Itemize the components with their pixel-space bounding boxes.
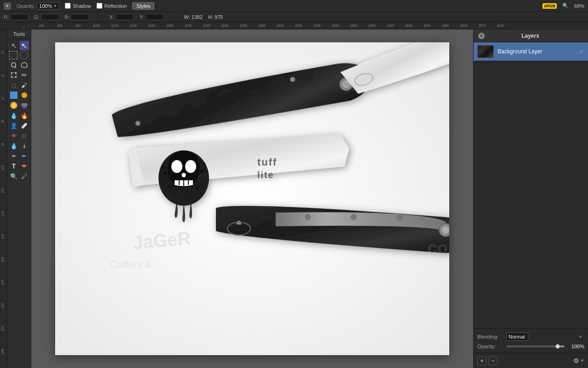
clone-tool[interactable]: 👤 — [9, 121, 18, 130]
layer-item[interactable]: Background Layer ✓ — [474, 42, 588, 61]
layers-header: ✕ Layers — [474, 29, 588, 42]
shadow-label: Shadow — [73, 3, 91, 9]
remove-layer-button[interactable]: − — [488, 356, 498, 365]
color-adj-tool[interactable] — [20, 101, 29, 110]
svg-text:|60: |60 — [57, 23, 63, 28]
zoom-tool[interactable]: 🔍 — [9, 172, 18, 181]
svg-text:|12: |12 — [0, 188, 5, 193]
h-value: H: 975 — [208, 14, 223, 20]
text-tool[interactable]: T — [9, 161, 18, 171]
srgb-badge: sRGB — [543, 3, 557, 9]
burn-tool[interactable]: 🔥 — [20, 111, 29, 120]
layer-thumb-inner — [478, 46, 493, 58]
pencil-tool[interactable]: ✏ — [20, 70, 29, 80]
svg-text:|280: |280 — [258, 23, 266, 28]
pen-tool[interactable]: ✒ — [9, 151, 18, 161]
svg-marker-55 — [23, 143, 25, 149]
layer-opacity-slider[interactable] — [506, 345, 565, 347]
g-label: G: — [34, 14, 40, 20]
opacity-value-box[interactable]: 100% ▼ — [37, 2, 59, 10]
svg-rect-47 — [11, 72, 12, 74]
cursor-tool[interactable]: ↖ — [20, 41, 29, 50]
styles-button[interactable]: Styles — [132, 2, 154, 10]
eyedropper-tool[interactable]: 🖊 — [20, 172, 29, 181]
reflection-checkbox-item[interactable]: Reflection — [96, 3, 127, 9]
lasso-tool[interactable] — [9, 60, 18, 69]
eye-tool[interactable]: 👁 — [9, 131, 18, 140]
close-layers-button[interactable]: ✕ — [478, 33, 485, 39]
layers-bottom: + − ⚙ ▼ — [474, 353, 588, 368]
blending-select-wrapper[interactable]: Normal Multiply Screen Overlay ▼ — [506, 333, 584, 341]
svg-text:|480: |480 — [442, 23, 449, 28]
b-value[interactable] — [71, 14, 89, 20]
add-layer-button[interactable]: + — [477, 356, 486, 365]
svg-text:|4: |4 — [0, 97, 5, 100]
svg-rect-49 — [11, 76, 12, 78]
arrow-tool[interactable]: ↖ — [9, 41, 18, 50]
blending-select[interactable]: Normal Multiply Screen Overlay — [506, 333, 528, 341]
rect-shape-tool[interactable] — [9, 91, 18, 100]
svg-point-99 — [170, 157, 175, 162]
layers-empty-space — [474, 61, 588, 328]
gradient-tool[interactable] — [9, 101, 18, 110]
svg-text:|180: |180 — [166, 23, 174, 28]
svg-text:|460: |460 — [424, 23, 431, 28]
transform-tool[interactable] — [9, 70, 18, 80]
layer-opacity-thumb — [555, 344, 560, 349]
spike-tool[interactable] — [20, 141, 29, 150]
x-value[interactable] — [115, 14, 134, 20]
reflection-checkbox[interactable] — [96, 3, 102, 9]
rect-select-tool[interactable] — [9, 51, 17, 59]
knife-illustration: tuff lite JaGeR Cutlery & .com tlery h — [55, 42, 449, 355]
polygon-lasso-tool[interactable] — [20, 60, 29, 69]
y-value[interactable] — [145, 14, 164, 20]
healing-tool[interactable]: 🩹 — [20, 121, 29, 130]
g-value[interactable] — [41, 14, 59, 20]
gear-dropdown-arrow: ▼ — [580, 358, 584, 363]
svg-text:|240: |240 — [221, 23, 229, 28]
svg-text:|220: |220 — [203, 23, 210, 28]
opacity-row: Opacity: 100% — [477, 344, 584, 349]
ellipse-select-tool[interactable] — [20, 51, 28, 59]
layer-thumbnail — [477, 45, 494, 58]
layer-settings-button[interactable]: ⚙ ▼ — [573, 357, 584, 364]
layer-check-icon: ✓ — [579, 48, 584, 55]
blending-row: Blending: Normal Multiply Screen Overlay… — [477, 333, 584, 341]
svg-line-44 — [15, 67, 16, 68]
b-coord: B: — [65, 14, 89, 20]
svg-rect-48 — [15, 72, 17, 74]
svg-text:|16: |16 — [0, 234, 5, 239]
svg-text:Cutlery &: Cutlery & — [110, 259, 152, 270]
denoise-tool[interactable]: ◻ — [20, 131, 29, 140]
svg-text:|520: |520 — [479, 23, 486, 28]
svg-text:|320: |320 — [295, 23, 302, 28]
svg-text:|300: |300 — [277, 23, 284, 28]
fill-tool[interactable] — [20, 91, 29, 100]
svg-point-54 — [23, 105, 26, 109]
layers-panel: ✕ Layers Background Layer ✓ Blending: No… — [473, 29, 588, 368]
svg-point-98 — [195, 185, 200, 190]
r-value[interactable] — [10, 14, 28, 20]
shadow-checkbox[interactable] — [65, 3, 71, 9]
brush-tool[interactable]: 🖌 — [20, 80, 29, 90]
svg-text:|2: |2 — [0, 74, 5, 77]
svg-point-100 — [192, 155, 198, 160]
heart-tool[interactable]: ❤ — [20, 161, 29, 171]
select-dropdown-arrow: ▼ — [579, 335, 582, 339]
line-tool[interactable]: ✒ — [20, 151, 29, 161]
shadow-checkbox-item[interactable]: Shadow — [65, 3, 91, 9]
eraser-tool[interactable]: ⬚ — [9, 80, 18, 90]
svg-text:|22: |22 — [0, 303, 5, 308]
svg-point-71 — [244, 216, 261, 227]
smudge-tool[interactable]: 💧 — [9, 111, 18, 120]
w-value: W: 1382 — [184, 14, 203, 20]
svg-point-79 — [442, 226, 449, 234]
canvas-area[interactable]: tuff lite JaGeR Cutlery & .com tlery h — [31, 29, 473, 368]
gear-icon: ⚙ — [573, 357, 579, 364]
svg-point-81 — [351, 214, 356, 220]
layer-opacity-value: 100% — [568, 344, 584, 349]
svg-point-97 — [168, 185, 172, 190]
layers-title: Layers — [521, 33, 539, 39]
drop-tool[interactable]: 💧 — [9, 141, 18, 150]
second-toolbar: R: G: B: X: Y: W: 1382 H: 975 — [0, 12, 588, 22]
